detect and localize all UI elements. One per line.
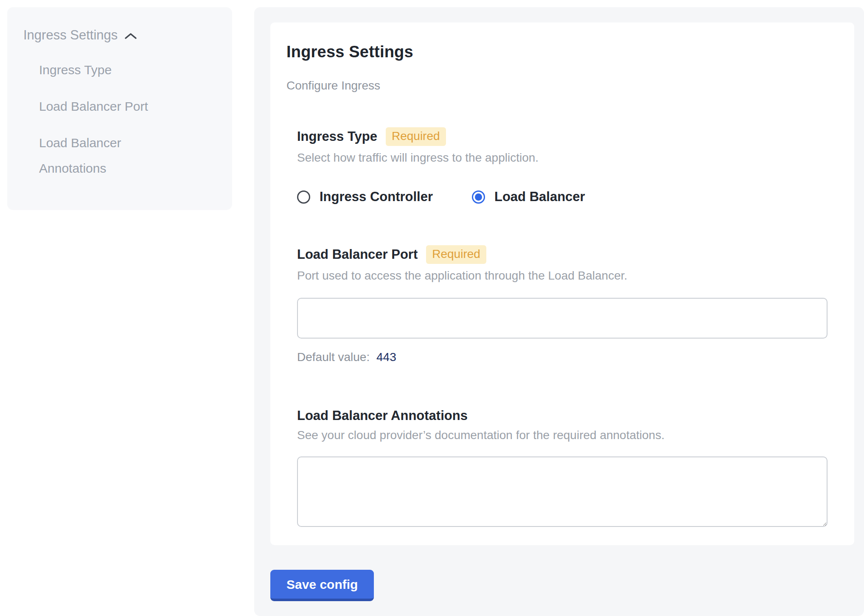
default-value-label: Default value: <box>297 350 370 364</box>
sidebar-item-load-balancer-port[interactable]: Load Balancer Port <box>39 94 175 119</box>
config-nav-sidebar: Ingress Settings Ingress Type Load Balan… <box>7 7 232 210</box>
required-badge: Required <box>386 127 446 146</box>
radio-load-balancer[interactable]: Load Balancer <box>472 189 585 204</box>
page-title: Ingress Settings <box>286 43 828 61</box>
field-ingress-type: Ingress Type Required Select how traffic… <box>297 127 828 204</box>
ingress-settings-card: Ingress Settings Configure Ingress Ingre… <box>270 22 854 545</box>
config-main-panel: Ingress Settings Configure Ingress Ingre… <box>254 7 864 616</box>
save-config-button[interactable]: Save config <box>270 570 374 601</box>
load-balancer-annotations-textarea[interactable] <box>297 456 828 527</box>
radio-ingress-controller[interactable]: Ingress Controller <box>297 189 433 204</box>
page-subtitle: Configure Ingress <box>286 79 828 92</box>
load-balancer-port-label: Load Balancer Port <box>297 247 418 262</box>
default-value: 443 <box>376 350 396 364</box>
radio-circle-icon[interactable] <box>472 190 485 204</box>
radio-load-balancer-label: Load Balancer <box>494 189 585 204</box>
load-balancer-annotations-label: Load Balancer Annotations <box>297 408 468 423</box>
field-load-balancer-annotations: Load Balancer Annotations See your cloud… <box>297 408 828 527</box>
load-balancer-port-help: Port used to access the application thro… <box>297 269 828 283</box>
ingress-type-label: Ingress Type <box>297 129 377 144</box>
sidebar-item-list: Ingress Type Load Balancer Port Load Bal… <box>39 57 219 181</box>
sidebar-group-label: Ingress Settings <box>23 28 118 43</box>
sidebar-group-ingress-settings[interactable]: Ingress Settings <box>23 28 219 43</box>
radio-ingress-controller-label: Ingress Controller <box>320 189 433 204</box>
sidebar-item-ingress-type[interactable]: Ingress Type <box>39 57 175 83</box>
chevron-up-icon <box>124 32 137 40</box>
default-value-row: Default value: 443 <box>297 350 828 364</box>
sidebar-item-load-balancer-annotations[interactable]: Load Balancer Annotations <box>39 130 175 181</box>
load-balancer-port-input[interactable] <box>297 298 828 339</box>
ingress-type-radio-group: Ingress Controller Load Balancer <box>297 189 828 204</box>
required-badge: Required <box>426 245 486 264</box>
radio-circle-icon[interactable] <box>297 190 310 204</box>
ingress-type-help: Select how traffic will ingress to the a… <box>297 151 828 165</box>
load-balancer-annotations-help: See your cloud provider’s documentation … <box>297 428 828 442</box>
field-load-balancer-port: Load Balancer Port Required Port used to… <box>297 245 828 364</box>
